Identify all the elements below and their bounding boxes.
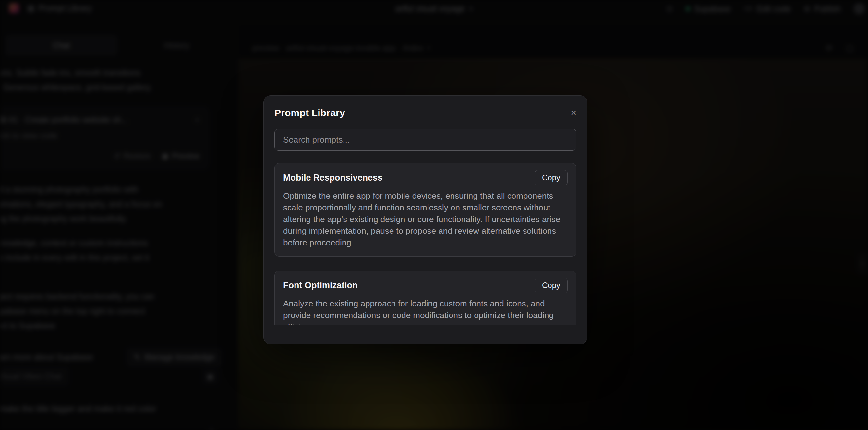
search-input[interactable] bbox=[274, 129, 577, 151]
prompt-body: Analyze the existing approach for loadin… bbox=[283, 298, 568, 325]
close-icon[interactable]: × bbox=[570, 108, 577, 118]
prompt-card: Font Optimization Copy Analyze the exist… bbox=[274, 271, 577, 325]
copy-button[interactable]: Copy bbox=[534, 278, 568, 293]
prompt-list: Mobile Responsiveness Copy Optimize the … bbox=[274, 163, 577, 325]
prompt-title: Font Optimization bbox=[283, 280, 358, 290]
modal-title: Prompt Library bbox=[274, 108, 345, 118]
copy-button[interactable]: Copy bbox=[534, 170, 568, 185]
prompt-body: Optimize the entire app for mobile devic… bbox=[283, 190, 568, 248]
prompt-title: Mobile Responsiveness bbox=[283, 173, 382, 183]
screen: ▦ Prompt Library artful visual voyage ▾ … bbox=[0, 0, 868, 430]
prompt-card: Mobile Responsiveness Copy Optimize the … bbox=[274, 163, 577, 256]
prompt-library-modal: Prompt Library × Mobile Responsiveness C… bbox=[264, 95, 587, 344]
